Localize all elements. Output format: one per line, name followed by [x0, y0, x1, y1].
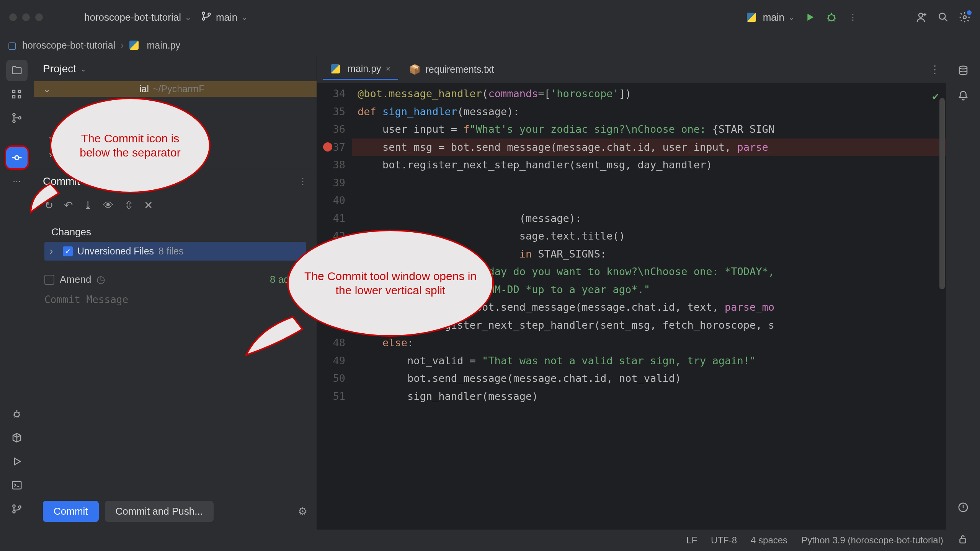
search-icon[interactable]: [937, 11, 949, 23]
line-ending[interactable]: LF: [686, 535, 697, 546]
code-with-me-icon[interactable]: [916, 11, 928, 23]
svg-point-18: [13, 510, 15, 513]
readonly-lock-icon[interactable]: [957, 533, 969, 547]
svg-point-2: [208, 13, 210, 15]
right-tool-rail: [946, 56, 980, 530]
git-tool-button[interactable]: [6, 498, 28, 520]
show-diff-icon[interactable]: 👁: [103, 199, 114, 212]
structure-tool-button[interactable]: [6, 83, 28, 105]
changes-label: Changes: [44, 222, 306, 242]
svg-point-17: [13, 505, 15, 507]
problems-tool-button[interactable]: [952, 497, 974, 518]
svg-rect-7: [13, 90, 15, 93]
database-tool-button[interactable]: [952, 60, 974, 81]
python-icon: [331, 64, 340, 73]
annotation-callout: The Commit icon is below the separator: [50, 98, 211, 193]
svg-point-12: [13, 120, 15, 122]
notifications-tool-button[interactable]: [952, 85, 974, 106]
debug-button[interactable]: [825, 11, 838, 23]
commit-button[interactable]: Commit: [43, 501, 99, 522]
chevron-down-icon: ⌄: [788, 13, 795, 22]
tab-requirements[interactable]: 📦 requirements.txt: [401, 59, 501, 80]
vcs-tool-button[interactable]: [6, 107, 28, 129]
rollback-icon[interactable]: ↶: [64, 199, 73, 212]
commit-tool-button[interactable]: [6, 147, 28, 168]
encoding[interactable]: UTF-8: [711, 535, 737, 546]
svg-point-14: [15, 156, 19, 160]
chevron-down-icon[interactable]: ⌄: [80, 64, 87, 73]
svg-rect-10: [18, 96, 21, 98]
tree-root-row[interactable]: ⌄ ial ~/PycharmF: [34, 81, 317, 97]
tree-root-name: ial: [139, 83, 149, 95]
python-icon: [129, 41, 139, 50]
more-actions-button[interactable]: ⋮: [847, 11, 859, 23]
checkbox-checked-icon[interactable]: ✓: [63, 246, 73, 256]
chevron-down-icon: ⌄: [185, 13, 191, 22]
run-config-name: main: [763, 11, 784, 23]
amend-checkbox[interactable]: [44, 275, 54, 285]
project-selector[interactable]: horoscope-bot-tutorial ⌄: [84, 11, 191, 23]
indent-setting[interactable]: 4 spaces: [751, 535, 787, 546]
tab-main-py[interactable]: main.py ×: [323, 59, 398, 80]
breakpoint-icon[interactable]: [323, 142, 332, 152]
chevron-down-icon: ⌄: [43, 83, 51, 95]
branch-icon: [201, 10, 212, 24]
svg-point-6: [963, 16, 966, 19]
close-window-icon[interactable]: [9, 13, 17, 21]
commit-buttons: Commit Commit and Push... ⚙: [34, 496, 317, 530]
breadcrumb: ▢ horoscope-bot-tutorial › main.py: [0, 34, 980, 56]
statusbar: LF UTF-8 4 spaces Python 3.9 (horoscope-…: [0, 530, 980, 551]
callout-text: The Commit icon is below the separator: [65, 131, 195, 160]
breadcrumb-file[interactable]: main.py: [147, 40, 181, 51]
svg-point-19: [18, 506, 21, 508]
svg-rect-16: [13, 481, 21, 489]
amend-label: Amend: [60, 274, 91, 285]
panel-options-icon[interactable]: ⋮: [298, 176, 307, 187]
project-panel-header: Project ⌄: [34, 56, 317, 80]
svg-point-11: [13, 113, 15, 116]
project-name: horoscope-bot-tutorial: [84, 11, 181, 23]
branch-name: main: [216, 11, 237, 23]
unversioned-files-row[interactable]: › ✓ Unversioned Files 8 files: [44, 242, 306, 261]
file-icon: 📦: [409, 64, 421, 75]
run-tool-button[interactable]: [6, 451, 28, 472]
settings-icon[interactable]: [959, 11, 971, 23]
svg-rect-8: [13, 96, 15, 98]
python-icon: [747, 13, 756, 22]
run-button[interactable]: [804, 11, 816, 23]
minimize-window-icon[interactable]: [22, 13, 30, 21]
scrollbar[interactable]: [939, 98, 945, 289]
debug-tool-button[interactable]: [6, 403, 28, 425]
titlebar: horoscope-bot-tutorial ⌄ main ⌄ main ⌄ ⋮: [0, 0, 980, 34]
inspection-ok-icon[interactable]: ✔: [932, 87, 939, 106]
terminal-tool-button[interactable]: [6, 474, 28, 496]
close-tab-icon[interactable]: ×: [386, 64, 391, 74]
project-tool-button[interactable]: [6, 60, 28, 81]
editor-tabs: main.py × 📦 requirements.txt ⋮: [317, 56, 946, 83]
svg-point-1: [202, 18, 204, 20]
chevron-down-icon: ⌄: [241, 13, 248, 22]
commit-settings-icon[interactable]: ⚙: [298, 505, 307, 518]
history-icon[interactable]: ◷: [96, 274, 105, 285]
interpreter[interactable]: Python 3.9 (horoscope-bot-tutorial): [801, 535, 943, 546]
svg-point-13: [18, 117, 21, 119]
svg-rect-9: [18, 90, 21, 93]
callout-text: The Commit tool window opens in the lowe…: [302, 269, 479, 298]
shelve-icon[interactable]: ⤓: [83, 199, 92, 212]
commit-toolbar: ↻ ↶ ⤓ 👁 ⇳ ✕: [34, 192, 317, 218]
tab-options-icon[interactable]: ⋮: [929, 63, 940, 76]
commit-and-push-button[interactable]: Commit and Push...: [105, 501, 214, 522]
rail-separator: [9, 134, 24, 142]
branch-selector[interactable]: main ⌄: [201, 10, 248, 24]
run-config-selector[interactable]: main ⌄: [747, 11, 795, 23]
project-panel-title: Project: [43, 63, 76, 75]
maximize-window-icon[interactable]: [35, 13, 43, 21]
unversioned-count: 8 files: [158, 246, 183, 257]
breadcrumb-project[interactable]: horoscope-bot-tutorial: [22, 40, 115, 51]
group-by-icon[interactable]: ✕: [144, 199, 153, 212]
module-icon: ▢: [8, 40, 17, 51]
changes-section: Changes › ✓ Unversioned Files 8 files: [34, 218, 317, 264]
expand-collapse-icon[interactable]: ⇳: [124, 199, 133, 212]
python-packages-button[interactable]: [6, 427, 28, 448]
svg-point-0: [202, 12, 204, 14]
